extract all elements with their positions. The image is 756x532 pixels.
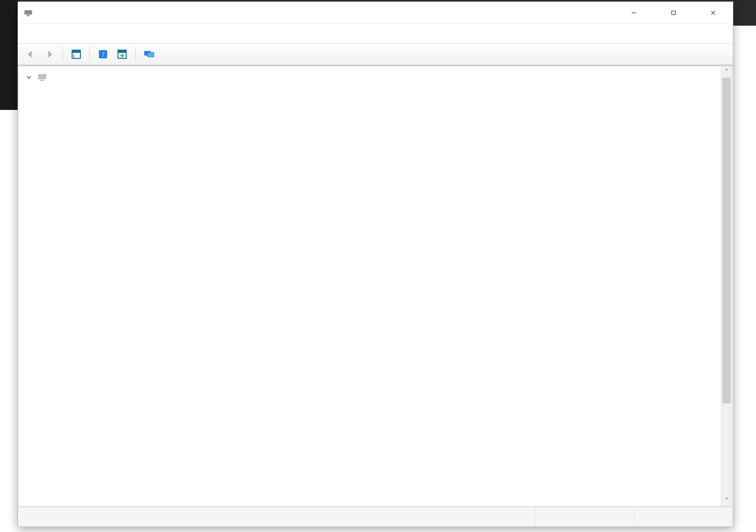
scroll-track[interactable]: [721, 78, 732, 495]
toolbar-separator: [63, 47, 63, 62]
device-manager-window: ? ˄: [18, 1, 733, 527]
toolbar-back-button[interactable]: [23, 47, 38, 62]
properties-icon: [71, 49, 82, 60]
svg-point-9: [73, 56, 75, 58]
vertical-scrollbar[interactable]: ˄ ˅: [721, 67, 732, 506]
svg-rect-1: [27, 15, 30, 16]
toolbar-separator: [89, 47, 90, 62]
scroll-down-arrow-icon[interactable]: ˅: [721, 495, 732, 506]
back-arrow-icon: [25, 49, 36, 60]
toolbar-help-button[interactable]: ?: [96, 47, 110, 62]
svg-rect-16: [38, 74, 47, 79]
app-icon: [23, 8, 33, 18]
toolbar-scan-button[interactable]: [115, 47, 129, 62]
statusbar-cell: [18, 507, 535, 527]
scan-hardware-icon: [117, 49, 128, 60]
toolbar-forward-button[interactable]: [42, 47, 57, 62]
scroll-up-arrow-icon[interactable]: ˄: [721, 67, 732, 78]
svg-rect-3: [672, 11, 675, 15]
statusbar-cell: [535, 507, 634, 527]
toolbar-separator: [135, 47, 136, 62]
statusbar-cell: [634, 507, 733, 527]
monitors-icon: [143, 49, 154, 60]
svg-rect-7: [72, 50, 81, 53]
close-button[interactable]: [693, 2, 733, 24]
client-area: ˄ ˅: [19, 66, 732, 507]
toolbar-properties-button[interactable]: [69, 47, 84, 62]
titlebar[interactable]: [18, 2, 733, 24]
svg-rect-17: [40, 80, 44, 81]
tree-root-row[interactable]: [19, 69, 721, 85]
svg-rect-13: [118, 50, 126, 53]
help-icon: ?: [98, 49, 109, 60]
toolbar-monitors-button[interactable]: [142, 47, 156, 62]
background-right-code: [734, 0, 756, 26]
svg-text:?: ?: [102, 51, 104, 58]
computer-root-icon: [37, 72, 48, 83]
forward-arrow-icon: [44, 49, 55, 60]
device-tree[interactable]: [19, 67, 721, 506]
scroll-thumb[interactable]: [722, 78, 731, 403]
svg-point-8: [73, 55, 75, 56]
toolbar: ?: [18, 44, 733, 66]
statusbar: [18, 507, 733, 527]
expander-icon[interactable]: [24, 73, 34, 82]
minimize-button[interactable]: [614, 2, 654, 24]
menubar: [18, 24, 733, 44]
maximize-button[interactable]: [654, 2, 693, 24]
svg-rect-15: [147, 52, 154, 57]
svg-rect-0: [25, 10, 32, 15]
background-left-tab: [0, 0, 18, 110]
